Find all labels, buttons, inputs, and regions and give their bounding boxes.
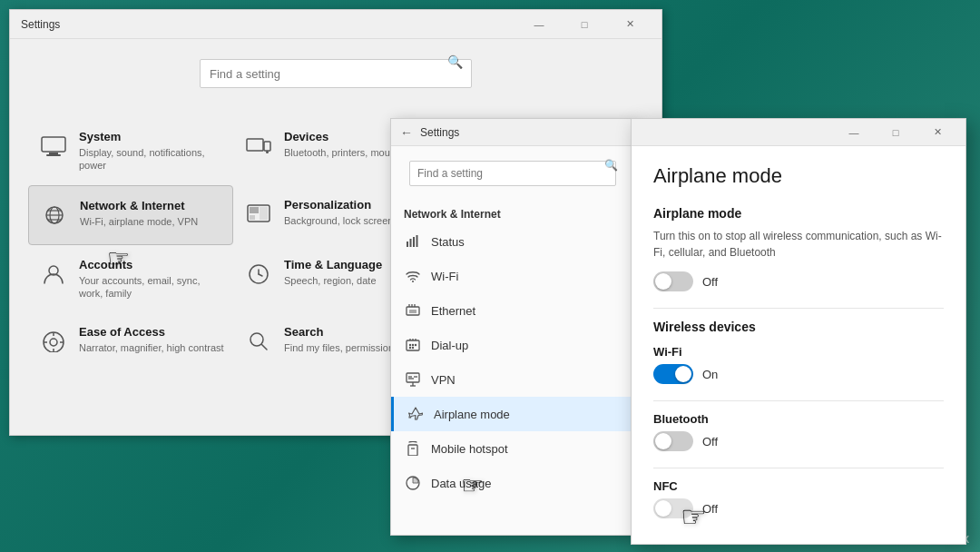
ease-icon: [37, 325, 70, 358]
svg-rect-31: [410, 239, 412, 247]
nav-datausage-label: Data usage: [431, 477, 492, 490]
sidebar-item-system[interactable]: System Display, sound, notifications, po…: [28, 117, 233, 185]
nav-item-wifi[interactable]: Wi-Fi: [391, 259, 634, 293]
wifi-icon: [404, 267, 422, 285]
right-settings-window: — □ ✕ Airplane mode Airplane mode Turn t…: [631, 118, 966, 545]
mid-settings-window: ← Settings 🔍 Network & Internet Status W…: [390, 118, 635, 536]
wifi-toggle-label: On: [702, 368, 718, 381]
divider-2: [653, 400, 944, 401]
bluetooth-toggle-label: Off: [702, 435, 718, 448]
bluetooth-label: Bluetooth: [653, 412, 944, 426]
accounts-icon: [37, 258, 70, 291]
sidebar-item-accounts[interactable]: Accounts Your accounts, email, sync, wor…: [28, 245, 233, 313]
system-icon: [37, 130, 70, 163]
svg-rect-2: [46, 154, 61, 156]
nav-item-ethernet[interactable]: Ethernet: [391, 293, 634, 328]
svg-point-44: [409, 347, 411, 349]
svg-rect-4: [264, 142, 270, 151]
nfc-label: NFC: [653, 479, 944, 493]
svg-rect-17: [260, 207, 268, 220]
time-text: Time & Language Speech, region, date: [284, 258, 382, 287]
search-icon: 🔍: [447, 54, 463, 69]
nav-item-airplane[interactable]: Airplane mode: [391, 397, 634, 431]
airplane-section-title: Airplane mode: [653, 206, 944, 221]
nav-item-vpn[interactable]: VPN: [391, 362, 634, 397]
svg-rect-0: [42, 137, 65, 152]
ease-text: Ease of Access Narrator, magnifier, high…: [79, 325, 224, 354]
svg-point-43: [415, 344, 416, 346]
nfc-toggle-thumb: [655, 500, 671, 517]
svg-point-41: [409, 344, 411, 346]
svg-rect-52: [408, 445, 417, 456]
nav-mobile-label: Mobile hotspot: [431, 442, 508, 456]
wifi-toggle-thumb: [675, 366, 691, 382]
right-content: Airplane mode Airplane mode Turn this on…: [632, 146, 965, 552]
nav-wifi-label: Wi-Fi: [431, 270, 458, 283]
airplane-toggle-thumb: [655, 273, 671, 290]
system-text: System Display, sound, notifications, po…: [79, 130, 224, 172]
sidebar-item-network[interactable]: Network & Internet Wi-Fi, airplane mode,…: [28, 185, 233, 245]
svg-rect-16: [250, 215, 255, 220]
svg-rect-30: [407, 242, 408, 247]
accounts-text: Accounts Your accounts, email, sync, wor…: [79, 258, 224, 301]
nav-item-mobile[interactable]: Mobile hotspot: [391, 431, 634, 466]
airplane-section: Airplane mode Turn this on to stop all w…: [653, 206, 944, 291]
nfc-toggle-row: Off: [653, 498, 944, 518]
wifi-toggle-row: On: [653, 364, 944, 384]
datausage-icon: [404, 474, 422, 492]
network-text: Network & Internet Wi-Fi, airplane mode,…: [80, 199, 198, 228]
nav-item-datausage[interactable]: Data usage: [391, 466, 634, 500]
svg-rect-3: [247, 139, 263, 151]
maximize-button[interactable]: □: [564, 15, 605, 34]
nav-status-label: Status: [431, 235, 465, 249]
minimize-button[interactable]: —: [518, 15, 560, 34]
nav-ethernet-label: Ethernet: [431, 304, 475, 318]
search-settings-icon: [242, 325, 275, 358]
svg-rect-15: [250, 207, 259, 213]
svg-rect-46: [407, 373, 419, 382]
close-button[interactable]: ✕: [609, 15, 651, 34]
ethernet-icon: [404, 301, 422, 320]
bg-search-input[interactable]: [200, 59, 472, 88]
airplane-toggle[interactable]: [653, 271, 693, 291]
divider-3: [653, 468, 944, 468]
wireless-items: Wi-Fi On Bluetooth Off NFC: [653, 345, 944, 518]
devices-icon: [242, 130, 275, 163]
mid-section-title: Network & Internet: [391, 201, 634, 224]
bg-window-controls: — □ ✕: [518, 15, 651, 34]
nfc-toggle[interactable]: [653, 498, 693, 518]
svg-rect-32: [413, 237, 415, 247]
nav-item-status[interactable]: Status: [391, 224, 634, 259]
nav-dialup-label: Dial-up: [431, 339, 468, 352]
svg-line-21: [259, 274, 262, 276]
network-icon: [38, 199, 71, 232]
airplane-toggle-row: Off: [653, 271, 944, 291]
svg-point-34: [412, 281, 414, 282]
personalization-icon: [242, 198, 275, 231]
nav-item-dialup[interactable]: Dial-up: [391, 328, 634, 362]
right-maximize-button[interactable]: □: [875, 123, 916, 142]
nav-airplane-label: Airplane mode: [434, 408, 510, 421]
wireless-devices-title: Wireless devices: [653, 320, 944, 334]
airplane-icon: [407, 405, 425, 423]
mobile-hotspot-icon: [404, 439, 422, 458]
mid-search-input[interactable]: [409, 161, 616, 186]
bluetooth-toggle[interactable]: [653, 431, 693, 451]
svg-point-23: [50, 339, 57, 346]
svg-point-5: [266, 151, 269, 153]
wifi-toggle[interactable]: [653, 364, 693, 384]
svg-rect-1: [49, 153, 58, 154]
search-settings-text: Search Find my files, permissions: [284, 325, 399, 354]
right-close-button[interactable]: ✕: [916, 123, 958, 142]
sidebar-item-ease[interactable]: Ease of Access Narrator, magnifier, high…: [28, 312, 233, 370]
time-icon: [242, 258, 275, 291]
back-button[interactable]: ←: [400, 125, 413, 140]
svg-rect-39: [409, 310, 416, 313]
right-minimize-button[interactable]: —: [833, 123, 875, 142]
vpn-icon: [404, 370, 422, 389]
mid-window-title: Settings: [420, 126, 459, 139]
mid-search-icon: 🔍: [604, 159, 618, 172]
mid-titlebar: ← Settings: [391, 119, 634, 146]
bluetooth-toggle-thumb: [655, 433, 671, 449]
svg-point-45: [412, 347, 414, 349]
